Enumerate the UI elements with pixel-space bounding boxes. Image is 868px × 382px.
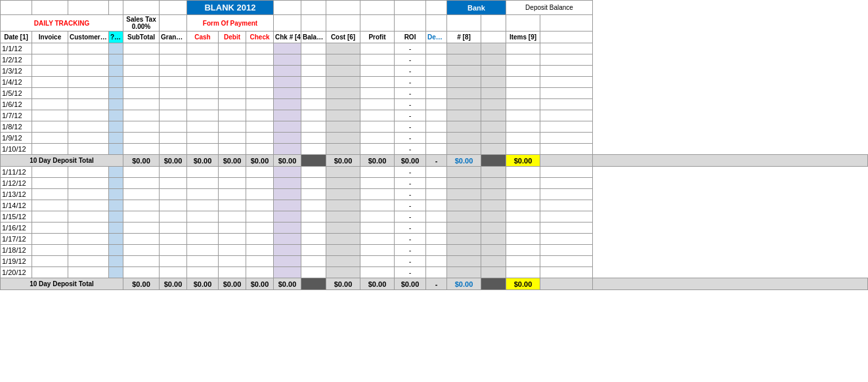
cost-cell[interactable] <box>326 54 360 66</box>
profit-cell[interactable] <box>360 211 395 223</box>
debit-cell[interactable] <box>219 54 246 66</box>
chk-num-cell[interactable] <box>274 144 301 155</box>
chk-num-cell[interactable] <box>274 43 301 54</box>
balance-cell[interactable] <box>301 256 326 267</box>
deposit-cell[interactable] <box>426 189 447 200</box>
c3-cell[interactable] <box>109 167 123 178</box>
invoice-cell[interactable] <box>32 54 68 66</box>
customer-cell[interactable] <box>68 223 109 234</box>
hash8-cell[interactable] <box>447 43 481 54</box>
invoice-cell[interactable] <box>32 43 68 54</box>
chk-num-cell[interactable] <box>274 223 301 234</box>
balance-cell[interactable] <box>301 133 326 144</box>
cost-cell[interactable] <box>326 144 360 155</box>
c3-cell[interactable] <box>109 121 123 133</box>
debit-cell[interactable] <box>219 223 246 234</box>
check-cell[interactable] <box>246 144 274 155</box>
subtotal-cell[interactable] <box>123 77 160 88</box>
items-cell[interactable] <box>506 133 540 144</box>
cost-cell[interactable] <box>326 211 360 223</box>
customer-cell[interactable] <box>68 77 109 88</box>
hash8-cell[interactable] <box>447 99 481 110</box>
check-cell[interactable] <box>246 77 274 88</box>
check-cell[interactable] <box>246 167 274 178</box>
subtotal-cell[interactable] <box>123 144 160 155</box>
customer-cell[interactable] <box>68 245 109 256</box>
grand-total-cell[interactable] <box>160 43 187 54</box>
items-cell[interactable] <box>506 54 540 66</box>
hash8-cell[interactable] <box>447 66 481 77</box>
subtotal-cell[interactable] <box>123 121 160 133</box>
hash8-cell[interactable] <box>447 178 481 189</box>
c3-cell[interactable] <box>109 245 123 256</box>
c3-cell[interactable] <box>109 178 123 189</box>
customer-cell[interactable] <box>68 189 109 200</box>
cash-cell[interactable] <box>187 178 219 189</box>
check-cell[interactable] <box>246 43 274 54</box>
deposit-cell[interactable] <box>426 234 447 245</box>
roi-cell[interactable]: - <box>395 189 426 200</box>
check-cell[interactable] <box>246 256 274 267</box>
debit-cell[interactable] <box>219 133 246 144</box>
cost-cell[interactable] <box>326 200 360 211</box>
invoice-cell[interactable] <box>32 167 68 178</box>
cost-cell[interactable] <box>326 121 360 133</box>
items-cell[interactable] <box>506 167 540 178</box>
customer-cell[interactable] <box>68 267 109 278</box>
roi-cell[interactable]: - <box>395 245 426 256</box>
cash-cell[interactable] <box>187 121 219 133</box>
invoice-cell[interactable] <box>32 200 68 211</box>
cost-cell[interactable] <box>326 245 360 256</box>
grand-total-cell[interactable] <box>160 88 187 99</box>
debit-cell[interactable] <box>219 200 246 211</box>
subtotal-cell[interactable] <box>123 110 160 121</box>
c3-cell[interactable] <box>109 223 123 234</box>
cash-cell[interactable] <box>187 66 219 77</box>
chk-num-cell[interactable] <box>274 245 301 256</box>
c3-cell[interactable] <box>109 110 123 121</box>
debit-cell[interactable] <box>219 178 246 189</box>
chk-num-cell[interactable] <box>274 121 301 133</box>
roi-cell[interactable]: - <box>395 110 426 121</box>
chk-num-cell[interactable] <box>274 189 301 200</box>
cost-cell[interactable] <box>326 267 360 278</box>
customer-cell[interactable] <box>68 256 109 267</box>
check-cell[interactable] <box>246 110 274 121</box>
balance-cell[interactable] <box>301 178 326 189</box>
profit-cell[interactable] <box>360 200 395 211</box>
chk-num-cell[interactable] <box>274 133 301 144</box>
items-cell[interactable] <box>506 189 540 200</box>
invoice-cell[interactable] <box>32 110 68 121</box>
invoice-cell[interactable] <box>32 144 68 155</box>
balance-cell[interactable] <box>301 54 326 66</box>
invoice-cell[interactable] <box>32 121 68 133</box>
check-cell[interactable] <box>246 267 274 278</box>
check-cell[interactable] <box>246 99 274 110</box>
items-cell[interactable] <box>506 66 540 77</box>
profit-cell[interactable] <box>360 178 395 189</box>
items-cell[interactable] <box>506 211 540 223</box>
check-cell[interactable] <box>246 121 274 133</box>
balance-cell[interactable] <box>301 110 326 121</box>
date-cell[interactable]: 1/14/12 <box>1 200 32 211</box>
items-cell[interactable] <box>506 234 540 245</box>
items-cell[interactable] <box>506 267 540 278</box>
roi-cell[interactable]: - <box>395 234 426 245</box>
date-cell[interactable]: 1/3/12 <box>1 66 32 77</box>
grand-total-cell[interactable] <box>160 66 187 77</box>
check-cell[interactable] <box>246 200 274 211</box>
deposit-cell[interactable] <box>426 267 447 278</box>
date-cell[interactable]: 1/1/12 <box>1 43 32 54</box>
invoice-cell[interactable] <box>32 223 68 234</box>
balance-cell[interactable] <box>301 211 326 223</box>
check-cell[interactable] <box>246 66 274 77</box>
subtotal-cell[interactable] <box>123 223 160 234</box>
hash8-cell[interactable] <box>447 110 481 121</box>
items-cell[interactable] <box>506 245 540 256</box>
grand-total-cell[interactable] <box>160 256 187 267</box>
profit-cell[interactable] <box>360 77 395 88</box>
c3-cell[interactable] <box>109 88 123 99</box>
subtotal-cell[interactable] <box>123 256 160 267</box>
c3-cell[interactable] <box>109 77 123 88</box>
subtotal-cell[interactable] <box>123 88 160 99</box>
